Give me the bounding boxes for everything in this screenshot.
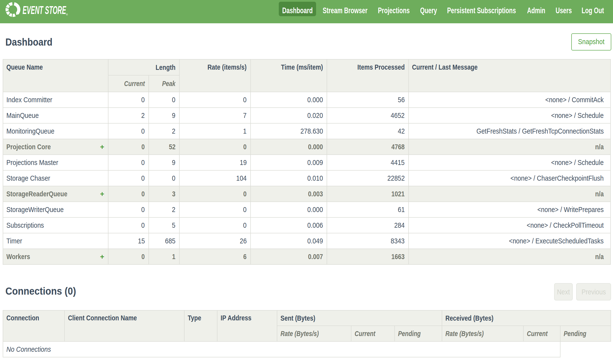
svg-text:EVENT STORE: EVENT STORE — [23, 4, 66, 16]
svg-text:®: ® — [66, 13, 68, 16]
